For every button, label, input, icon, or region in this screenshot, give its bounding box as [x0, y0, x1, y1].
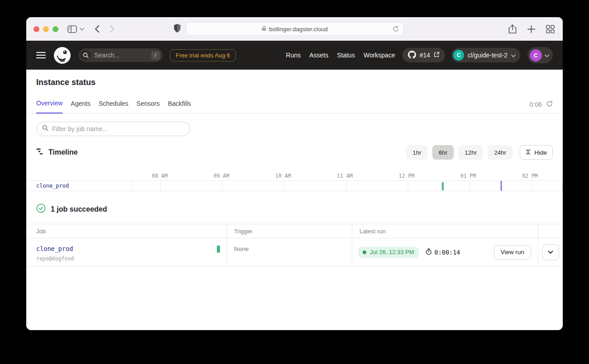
run-duration: 0:00:14: [426, 248, 460, 256]
collapse-icon: [526, 149, 531, 156]
tab-sensors[interactable]: Sensors: [136, 100, 159, 113]
hide-label: Hide: [534, 149, 547, 156]
chevron-down-icon: [545, 52, 549, 59]
github-ref-label: #14: [420, 52, 430, 59]
minimize-window-icon[interactable]: [43, 26, 49, 32]
back-icon[interactable]: [94, 25, 100, 33]
column-header-trigger: Trigger: [226, 224, 352, 238]
timeline-row: clone_prod: [26, 180, 563, 191]
search-icon: [42, 125, 48, 133]
tab-overview[interactable]: Overview: [36, 99, 62, 113]
column-header-latest-run: Latest run: [352, 224, 538, 238]
browser-toolbar: bollinger.dagster.cloud: [26, 17, 563, 41]
axis-tick: 10 AM: [275, 173, 291, 179]
job-location: repo@dogfood: [36, 255, 226, 262]
nav-link-workspace[interactable]: Workspace: [364, 52, 395, 59]
timeline-axis: 08 AM 09 AM 10 AM 11 AM 12 PM 01 PM 02 P…: [131, 173, 561, 180]
range-12hr-button[interactable]: 12hr: [458, 145, 483, 160]
github-icon: [408, 51, 416, 60]
latest-run-link[interactable]: Jul 26, 12:33 PM: [358, 247, 419, 258]
page-title: Instance status: [36, 78, 553, 87]
github-version-button[interactable]: #14: [402, 48, 445, 62]
table-row-trigger-cell: None: [226, 238, 352, 266]
nav-links: Runs Assets Status Workspace: [286, 52, 395, 59]
axis-tick: 02 PM: [522, 173, 538, 179]
tab-agents[interactable]: Agents: [71, 100, 91, 113]
check-circle-icon: [36, 203, 46, 215]
summary-row: 1 job succeeded: [26, 191, 563, 224]
view-run-button[interactable]: View run: [494, 245, 531, 260]
row-menu-button[interactable]: [542, 244, 559, 260]
timeline-row-label[interactable]: clone_prod: [26, 181, 131, 191]
range-1hr-button[interactable]: 1hr: [406, 145, 428, 160]
range-6hr-button[interactable]: 6hr: [432, 145, 454, 160]
range-buttons: 1hr 6hr 12hr 24hr Hide: [406, 145, 553, 160]
timeline-heading: Timeline: [48, 148, 78, 156]
timeline-title: Timeline: [36, 148, 78, 157]
sidebar-toggle-icon[interactable]: [67, 25, 77, 33]
refresh-icon[interactable]: [546, 100, 553, 109]
search-field[interactable]: [94, 52, 148, 59]
new-tab-icon[interactable]: [527, 25, 535, 33]
share-icon[interactable]: [508, 24, 517, 34]
filter-row: [26, 113, 563, 136]
sidebar-chevron-down-icon[interactable]: [80, 28, 84, 31]
axis-tick: 12 PM: [399, 173, 415, 179]
menu-icon[interactable]: [36, 52, 46, 59]
trial-badge: Free trial ends Aug 6: [170, 49, 236, 61]
timeline-header: Timeline 1hr 6hr 12hr 24hr Hide: [26, 136, 563, 160]
deployment-switcher[interactable]: C cl/guide-test-2: [451, 48, 520, 62]
hide-timeline-button[interactable]: Hide: [520, 145, 553, 160]
nav-link-status[interactable]: Status: [337, 52, 355, 59]
user-menu[interactable]: C: [527, 47, 553, 63]
tab-backfills[interactable]: Backfills: [168, 100, 191, 113]
tab-overview-icon[interactable]: [546, 25, 555, 33]
global-search-input[interactable]: /: [79, 48, 163, 62]
close-window-icon[interactable]: [34, 26, 39, 32]
url-bar[interactable]: bollinger.dagster.cloud: [186, 22, 403, 36]
job-filter-input[interactable]: [36, 122, 190, 136]
nav-link-assets[interactable]: Assets: [309, 52, 328, 59]
deployment-avatar: C: [453, 50, 464, 61]
reload-icon[interactable]: [392, 25, 399, 34]
refresh-countdown: 0:06: [530, 100, 553, 113]
table-row-actions-cell: [538, 238, 563, 266]
forward-icon[interactable]: [110, 25, 115, 33]
axis-tick: 09 AM: [214, 173, 230, 179]
search-icon: [80, 50, 91, 61]
job-filter-field[interactable]: [52, 125, 184, 132]
timeline-icon: [36, 148, 43, 157]
axis-tick: 01 PM: [460, 173, 476, 179]
summary-text: 1 job succeeded: [51, 205, 107, 213]
external-link-icon: [434, 52, 440, 59]
run-status-dot: [363, 251, 366, 254]
table-row-job-cell: clone_prod repo@dogfood: [26, 238, 226, 266]
instance-status-page: Instance status Overview Agents Schedule…: [26, 70, 563, 330]
job-link[interactable]: clone_prod: [36, 245, 73, 252]
stopwatch-icon: [426, 248, 432, 256]
url-text: bollinger.dagster.cloud: [269, 26, 327, 33]
window-controls: [34, 26, 58, 32]
latest-run-time: Jul 26, 12:33 PM: [370, 249, 414, 255]
range-24hr-button[interactable]: 24hr: [488, 145, 512, 160]
search-shortcut-key: /: [151, 51, 160, 60]
dagster-logo[interactable]: [54, 47, 71, 64]
deployment-name: cl/guide-test-2: [468, 52, 508, 59]
now-marker: [501, 181, 502, 191]
table-row-latest-run-cell: Jul 26, 12:33 PM 0:00:14 View run: [352, 238, 538, 266]
run-marker[interactable]: [442, 182, 444, 190]
jobs-table: Job Trigger Latest run clone_prod repo@d…: [26, 224, 563, 266]
browser-window: bollinger.dagster.cloud: [26, 17, 563, 330]
timeline-track: [131, 181, 563, 191]
tab-bar: Overview Agents Schedules Sensors Backfi…: [26, 99, 563, 113]
duration-value: 0:00:14: [435, 249, 460, 256]
lock-icon: [261, 25, 266, 33]
tab-schedules[interactable]: Schedules: [99, 100, 128, 113]
column-header-job: Job: [26, 224, 226, 238]
nav-link-runs[interactable]: Runs: [286, 52, 301, 59]
maximize-window-icon[interactable]: [53, 26, 58, 32]
privacy-shield-icon[interactable]: [173, 24, 181, 33]
countdown-value: 0:06: [530, 101, 542, 108]
job-status-indicator[interactable]: [217, 246, 220, 253]
column-header-actions: [538, 224, 563, 238]
